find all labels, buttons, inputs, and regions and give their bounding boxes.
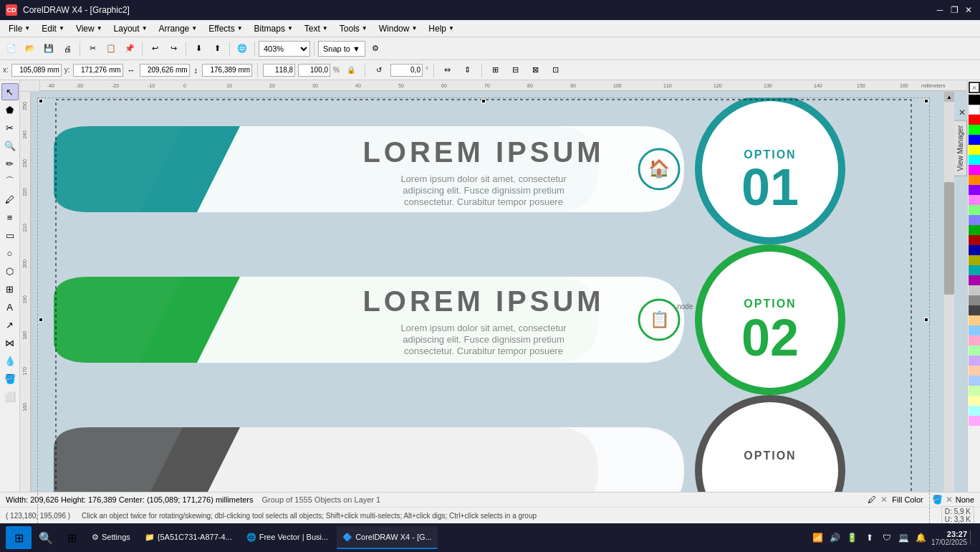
color-lightgreen[interactable] bbox=[969, 205, 980, 215]
color-darkgray[interactable] bbox=[969, 305, 980, 315]
menu-file[interactable]: File ▼ bbox=[3, 22, 36, 35]
color-magenta[interactable] bbox=[969, 165, 980, 175]
select-tool[interactable]: ↖ bbox=[1, 83, 19, 100]
taskbar-taskview[interactable]: ⊞ bbox=[60, 526, 83, 549]
taskbar-coreldraw[interactable]: 🔷 CorelDRAW X4 - [G... bbox=[337, 526, 438, 549]
color-skyblue[interactable] bbox=[969, 325, 980, 336]
color-mint[interactable] bbox=[969, 346, 980, 356]
print-button[interactable]: 🖨 bbox=[59, 40, 76, 57]
mirror-v-button[interactable]: ⇕ bbox=[459, 62, 476, 79]
save-button[interactable]: 💾 bbox=[40, 40, 57, 57]
redo-button[interactable]: ↪ bbox=[165, 40, 182, 57]
mirror-h-button[interactable]: ⇔ bbox=[439, 62, 456, 79]
menu-bitmaps[interactable]: Bitmaps ▼ bbox=[249, 22, 299, 35]
color-pink[interactable] bbox=[969, 195, 980, 205]
cut-button[interactable]: ✂ bbox=[84, 40, 101, 57]
table-tool[interactable]: ⊞ bbox=[1, 280, 19, 298]
tray-apps[interactable]: 💻 bbox=[897, 530, 911, 545]
publish-button[interactable]: 🌐 bbox=[234, 40, 251, 57]
menu-text[interactable]: Text ▼ bbox=[299, 22, 334, 35]
taskbar-folder[interactable]: 📁 {5A51C731-A877-4... bbox=[139, 526, 238, 549]
color-black[interactable] bbox=[969, 95, 980, 105]
view-manager-close[interactable]: ✕ bbox=[959, 108, 966, 118]
close-button[interactable]: ✕ bbox=[963, 4, 974, 16]
maximize-button[interactable]: ❐ bbox=[948, 4, 960, 16]
lock-aspect-button[interactable]: 🔒 bbox=[342, 62, 360, 79]
color-apricot[interactable] bbox=[969, 366, 980, 376]
color-olive[interactable] bbox=[969, 255, 980, 265]
taskbar-search[interactable]: 🔍 bbox=[34, 526, 57, 549]
color-white[interactable] bbox=[969, 105, 980, 115]
color-darkblue[interactable] bbox=[969, 245, 980, 255]
bezier-tool[interactable]: ⌒ bbox=[1, 173, 19, 190]
menu-window[interactable]: Window ▼ bbox=[373, 22, 423, 35]
open-button[interactable]: 📂 bbox=[21, 40, 39, 57]
rotate-ccw-button[interactable]: ↺ bbox=[370, 62, 388, 79]
rect-tool[interactable]: ▭ bbox=[1, 227, 19, 244]
v-scroll-up[interactable]: ▲ bbox=[944, 92, 954, 102]
color-cream[interactable] bbox=[969, 396, 980, 406]
height-field[interactable] bbox=[202, 64, 252, 77]
text-tool[interactable]: A bbox=[1, 298, 19, 315]
options-button[interactable]: ⚙ bbox=[367, 40, 384, 57]
color-yellow[interactable] bbox=[969, 145, 980, 155]
menu-tools[interactable]: Tools ▼ bbox=[334, 22, 373, 35]
show-desktop-btn[interactable] bbox=[970, 530, 974, 545]
tray-more[interactable]: 🔔 bbox=[914, 530, 928, 545]
canvas-page[interactable]: LOREM IPSUM Lorem ipsum dolor sit amet, … bbox=[37, 97, 930, 542]
tray-network[interactable]: 📶 bbox=[811, 530, 825, 545]
align-button[interactable]: ⊞ bbox=[487, 62, 504, 79]
eraser-tool[interactable]: ⬜ bbox=[1, 388, 19, 405]
color-red[interactable] bbox=[969, 115, 980, 125]
width-field[interactable] bbox=[140, 64, 190, 77]
ungroup-button[interactable]: ⊡ bbox=[547, 62, 565, 79]
export-button[interactable]: ⬆ bbox=[208, 40, 226, 57]
tray-volume[interactable]: 🔊 bbox=[828, 530, 842, 545]
color-silver[interactable] bbox=[969, 285, 980, 295]
color-lime[interactable] bbox=[969, 125, 980, 135]
color-rose[interactable] bbox=[969, 336, 980, 346]
dropper-tool[interactable]: 💧 bbox=[1, 352, 19, 369]
undo-button[interactable]: ↩ bbox=[146, 40, 163, 57]
color-orchid[interactable] bbox=[969, 416, 980, 426]
color-teal[interactable] bbox=[969, 265, 980, 275]
tray-update[interactable]: ⬆ bbox=[863, 530, 877, 545]
color-ice[interactable] bbox=[969, 406, 980, 416]
color-purple[interactable] bbox=[969, 185, 980, 195]
start-button[interactable]: ⊞ bbox=[6, 526, 32, 549]
color-blue[interactable] bbox=[969, 135, 980, 145]
tray-shield[interactable]: 🛡 bbox=[880, 530, 894, 545]
shape-tool[interactable]: ⬟ bbox=[1, 101, 19, 118]
angle-field[interactable] bbox=[390, 64, 423, 77]
connector-tool[interactable]: ↗ bbox=[1, 316, 19, 333]
blend-tool[interactable]: ⋈ bbox=[1, 334, 19, 351]
color-peach[interactable] bbox=[969, 315, 980, 325]
menu-arrange[interactable]: Arrange ▼ bbox=[153, 22, 203, 35]
menu-edit[interactable]: Edit ▼ bbox=[36, 22, 70, 35]
color-cyan[interactable] bbox=[969, 155, 980, 165]
color-powder[interactable] bbox=[969, 376, 980, 386]
polygon-tool[interactable]: ⬡ bbox=[1, 262, 19, 280]
color-violet[interactable] bbox=[969, 275, 980, 285]
group-button[interactable]: ⊠ bbox=[527, 62, 544, 79]
color-darkred[interactable] bbox=[969, 235, 980, 245]
snap-to-button[interactable]: Snap to ▼ bbox=[318, 41, 365, 57]
taskbar-chrome[interactable]: 🌐 Free Vector | Busi... bbox=[241, 526, 334, 549]
menu-help[interactable]: Help ▼ bbox=[423, 22, 460, 35]
color-gray[interactable] bbox=[969, 295, 980, 305]
copy-button[interactable]: 📋 bbox=[102, 40, 120, 57]
parallel-tool[interactable]: ≡ bbox=[1, 209, 19, 226]
import-button[interactable]: ⬇ bbox=[190, 40, 207, 57]
pen-tool[interactable]: 🖊 bbox=[1, 191, 19, 208]
taskbar-settings[interactable]: ⚙ Settings bbox=[86, 526, 136, 549]
y-field[interactable] bbox=[73, 64, 123, 77]
arrange-button[interactable]: ⊟ bbox=[507, 62, 524, 79]
minimize-button[interactable]: ─ bbox=[934, 4, 946, 16]
scale-h-field[interactable] bbox=[298, 64, 330, 77]
fill-tool[interactable]: 🪣 bbox=[1, 370, 19, 387]
color-periwinkle[interactable] bbox=[969, 215, 980, 225]
paste-button[interactable]: 📌 bbox=[121, 40, 138, 57]
menu-effects[interactable]: Effects ▼ bbox=[203, 22, 248, 35]
new-button[interactable]: 📄 bbox=[3, 40, 20, 57]
menu-layout[interactable]: Layout ▼ bbox=[108, 22, 153, 35]
